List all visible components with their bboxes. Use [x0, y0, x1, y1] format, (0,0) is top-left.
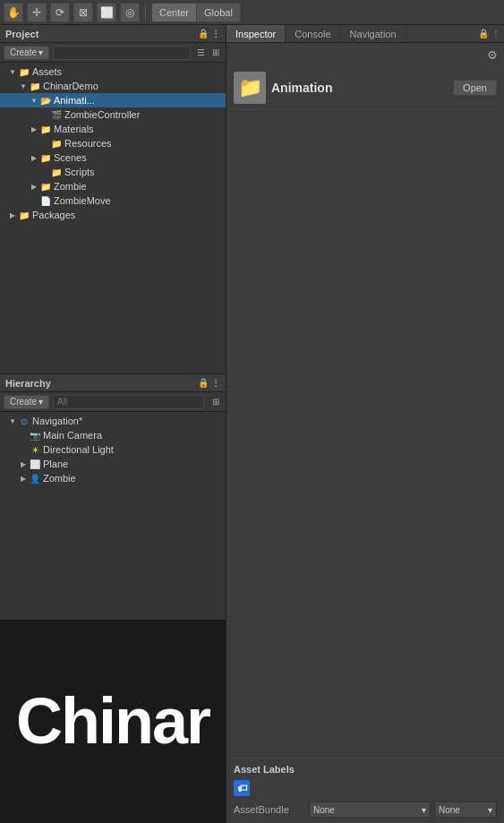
- directional-light-icon: ☀: [29, 443, 41, 456]
- scenes-arrow: ▶: [29, 152, 39, 163]
- zombie-hierarchy-arrow: ▶: [18, 473, 29, 484]
- badge-icon: 🏷: [237, 783, 247, 793]
- hierarchy-panel-title: Hierarchy: [5, 378, 51, 389]
- tree-item-materials[interactable]: ▶ 📁 Materials: [0, 122, 226, 136]
- project-toolbar: Create ▾ ☰ ⊞: [0, 43, 226, 63]
- project-list-icon[interactable]: ☰: [194, 47, 207, 59]
- scripts-label: Scripts: [64, 167, 95, 177]
- tree-item-packages[interactable]: ▶ 📁 Packages: [0, 208, 226, 222]
- tree-item-zombie-hierarchy[interactable]: ▶ 👤 Zombie: [0, 471, 226, 485]
- hierarchy-search-input[interactable]: [53, 395, 204, 409]
- main-toolbar: ✋ ✛ ⟳ ⊠ ⬜ ◎ Center Global: [0, 0, 504, 25]
- hierarchy-filter-icon[interactable]: ⊞: [209, 396, 222, 408]
- tree-item-assets[interactable]: ▼ 📁 Assets: [0, 64, 226, 79]
- assetbundle-dropdown1[interactable]: None ▾: [309, 802, 431, 818]
- project-panel-icons: ☰ ⊞: [194, 47, 222, 59]
- materials-folder-icon: 📁: [39, 123, 52, 135]
- tree-item-zombie[interactable]: ▶ 📁 Zombie: [0, 179, 226, 193]
- asset-label-row-assetbundle: 🏷: [234, 780, 497, 796]
- hierarchy-lock-icon[interactable]: 🔒: [198, 378, 209, 388]
- hierarchy-create-button[interactable]: Create ▾: [4, 395, 49, 409]
- folder-emoji: 📁: [238, 76, 262, 99]
- scripts-folder-icon: 📁: [50, 166, 63, 178]
- hierarchy-create-label: Create: [10, 397, 37, 407]
- pivot-toggle[interactable]: Center Global: [151, 3, 241, 22]
- hierarchy-tree: ▼ ⊙ Navigation* 📷 Main Camera ☀ Directio…: [0, 412, 226, 620]
- assetbundle-key: AssetBundle: [234, 804, 305, 815]
- packages-arrow: ▶: [7, 210, 18, 220]
- tab-inspector[interactable]: Inspector: [226, 25, 286, 42]
- tree-item-main-camera[interactable]: 📷 Main Camera: [0, 428, 226, 442]
- project-panel-header: Project 🔒 ⋮: [0, 25, 226, 43]
- tree-item-plane[interactable]: ▶ ⬜ Plane: [0, 457, 226, 471]
- zombiecontroller-label: ZombieController: [64, 109, 140, 120]
- main-camera-arrow: [18, 430, 29, 441]
- tree-item-zombiemove[interactable]: 📄 ZombieMove: [0, 193, 226, 208]
- lock-icon[interactable]: 🔒: [198, 29, 209, 39]
- scale-tool-button[interactable]: ⊠: [73, 3, 93, 22]
- animation-label: Animati...: [54, 95, 95, 106]
- more-icon[interactable]: ⋮: [211, 29, 220, 39]
- asset-labels-section: Asset Labels 🏷 AssetBundle None ▾ None ▾: [226, 758, 504, 823]
- animation-folder-icon: 📂: [39, 94, 52, 107]
- tree-item-animation[interactable]: ▼ 📂 Animati...: [0, 93, 226, 107]
- scene-view: Chinar: [0, 620, 226, 824]
- scenes-label: Scenes: [54, 152, 87, 163]
- zombie-label: Zombie: [54, 181, 87, 192]
- project-panel-title: Project: [5, 29, 38, 39]
- rect-tool-button[interactable]: ⬜: [97, 3, 116, 22]
- transform-tool-button[interactable]: ◎: [120, 3, 140, 22]
- tree-item-scenes[interactable]: ▶ 📁 Scenes: [0, 150, 226, 165]
- global-option[interactable]: Global: [197, 4, 240, 21]
- inspector-title: Animation: [271, 81, 332, 95]
- zombiemove-icon: 📄: [39, 194, 52, 207]
- inspector-content: ⚙ 📁 Animation Open: [226, 43, 504, 404]
- rotate-tool-button[interactable]: ⟳: [50, 3, 70, 22]
- hand-tool-button[interactable]: ✋: [4, 3, 23, 22]
- navigation-scene-icon: ⊙: [18, 415, 30, 427]
- zombiemove-arrow: [29, 195, 39, 206]
- packages-folder-icon: 📁: [18, 209, 30, 221]
- zombiecontroller-arrow: [39, 109, 50, 120]
- inspector-gear-button[interactable]: ⚙: [484, 47, 500, 63]
- assetbundle-dropdown2[interactable]: None ▾: [434, 802, 497, 818]
- zombie-hierarchy-label: Zombie: [43, 473, 76, 484]
- move-tool-button[interactable]: ✛: [27, 3, 47, 22]
- resources-folder-icon: 📁: [50, 137, 63, 150]
- tab-bar-icons: 🔒 ⋮: [474, 25, 504, 42]
- tab-more-icon[interactable]: ⋮: [491, 29, 500, 39]
- scenes-folder-icon: 📁: [39, 151, 52, 164]
- resources-label: Resources: [64, 138, 112, 149]
- tree-item-chinardemo[interactable]: ▼ 📁 ChinarDemo: [0, 79, 226, 93]
- asset-labels-title: Asset Labels: [234, 764, 497, 775]
- tree-item-resources[interactable]: 📁 Resources: [0, 136, 226, 150]
- zombiecontroller-icon: 🎬: [50, 108, 63, 121]
- tree-item-zombiecontroller[interactable]: 🎬 ZombieController: [0, 107, 226, 122]
- tab-console[interactable]: Console: [286, 25, 340, 42]
- inspector-title-area: Animation: [271, 81, 332, 95]
- console-tab-label: Console: [295, 29, 330, 39]
- tab-navigation[interactable]: Navigation: [341, 25, 406, 42]
- tab-lock-icon[interactable]: 🔒: [478, 29, 489, 39]
- project-panel: Project 🔒 ⋮ Create ▾ ☰ ⊞: [0, 25, 226, 374]
- inspector-header: 📁 Animation Open: [230, 66, 500, 110]
- tree-item-scripts[interactable]: 📁 Scripts: [0, 165, 226, 179]
- zombie-folder-icon: 📁: [39, 180, 52, 193]
- center-option[interactable]: Center: [152, 4, 197, 21]
- hierarchy-more-icon[interactable]: ⋮: [211, 378, 220, 388]
- scripts-arrow: [39, 167, 50, 177]
- right-panel: Inspector Console Navigation 🔒 ⋮ ⚙: [226, 25, 504, 823]
- materials-label: Materials: [54, 124, 94, 134]
- packages-label: Packages: [32, 210, 75, 220]
- asset-bundle-row: AssetBundle None ▾ None ▾: [234, 802, 497, 818]
- animation-arrow: ▼: [29, 95, 39, 106]
- tree-item-directional-light[interactable]: ☀ Directional Light: [0, 442, 226, 457]
- gear-icon: ⚙: [487, 48, 498, 62]
- inspector-folder-icon: 📁: [234, 72, 266, 104]
- project-grid-icon[interactable]: ⊞: [209, 47, 222, 59]
- create-button[interactable]: Create ▾: [4, 46, 49, 60]
- navigation-scene-arrow: ▼: [7, 416, 18, 426]
- project-search-input[interactable]: [53, 46, 191, 60]
- tree-item-navigation-scene[interactable]: ▼ ⊙ Navigation*: [0, 414, 226, 428]
- open-button[interactable]: Open: [453, 80, 497, 96]
